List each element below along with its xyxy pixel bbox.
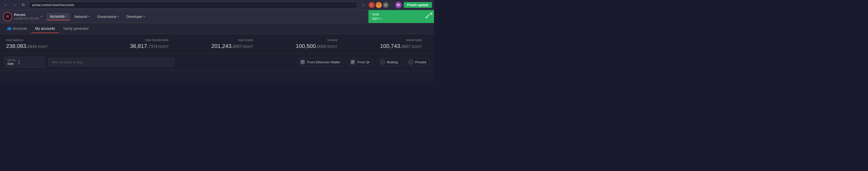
notification-panel: Seed apps v... ✓ ✕ xyxy=(368,10,434,23)
stat-value-bonded: 100,500.0000ROOT xyxy=(296,43,338,50)
sort-control[interactable]: sort by date ▲ ▼ xyxy=(4,57,44,67)
stat-decimal-total-locked: 9067 xyxy=(233,45,242,49)
stat-value-total-transferrable: 36,817.7374ROOT xyxy=(130,43,169,50)
notification-close-button[interactable]: ✕ xyxy=(429,11,433,17)
sort-down-arrow: ▼ xyxy=(18,62,20,65)
nav-label-network: Network xyxy=(74,15,87,19)
stat-integer-total-balance: 238,083. xyxy=(6,43,28,49)
nav-arrow-network: ▾ xyxy=(88,15,90,18)
notification-text: Seed apps v... xyxy=(372,12,383,21)
proxied-label: Proxied xyxy=(415,60,426,64)
stats-row: total balance 238,083.6444ROOT total tra… xyxy=(0,34,434,54)
address-bar-row: ← → ↻ ☆ C 🦊 ⊞ W Finish update xyxy=(0,0,434,10)
logo-area[interactable]: R Porcini root/48 #10,733,423 ▾ xyxy=(3,12,42,21)
tab-label-accounts: Accounts xyxy=(12,27,27,30)
nav-item-accounts[interactable]: Accounts ▾ xyxy=(46,13,70,21)
tab-label-my-accounts: My accounts xyxy=(35,27,55,30)
divider xyxy=(392,2,392,7)
logo-dropdown-arrow: ▾ xyxy=(41,15,42,18)
sort-label: sort by date xyxy=(7,58,16,66)
stat-redeemable: redeemable 100,743.9067ROOT xyxy=(343,38,428,50)
stat-total-transferrable: total transferrable 36,817.7374ROOT xyxy=(91,38,175,50)
svg-rect-10 xyxy=(353,62,354,63)
ext-icon-2[interactable]: 🦊 xyxy=(376,2,382,8)
bottom-bar xyxy=(0,71,434,81)
svg-rect-1 xyxy=(302,61,303,62)
tabs-row: 👥 Accounts My accounts Vanity generator xyxy=(0,23,434,34)
ext-icon-3[interactable]: ⊞ xyxy=(383,2,389,8)
finish-update-button[interactable]: Finish update xyxy=(404,2,432,8)
stat-integer-total-transferrable: 36,817. xyxy=(130,43,149,49)
logo-sub: root/48 #10,733,423 xyxy=(14,17,39,20)
stat-integer-bonded: 100,500. xyxy=(296,43,317,49)
action-buttons: From Ethereum Wallet From Qr + xyxy=(296,58,430,66)
back-button[interactable]: ← xyxy=(2,2,9,8)
sort-up-arrow: ▲ xyxy=(18,59,20,62)
stat-total-locked: total locked 201,243.9067ROOT xyxy=(175,38,259,50)
bookmark-button[interactable]: ☆ xyxy=(360,2,367,8)
stat-label-redeemable: redeemable xyxy=(406,38,422,42)
stat-value-total-locked: 201,243.9067ROOT xyxy=(211,43,253,50)
proxied-button[interactable]: + Proxied xyxy=(405,58,430,66)
proxied-plus-icon: + xyxy=(408,60,413,64)
forward-button[interactable]: → xyxy=(11,2,18,8)
profile-button[interactable]: W xyxy=(395,2,402,8)
sort-label-top: sort by xyxy=(7,58,16,62)
svg-rect-8 xyxy=(352,62,352,63)
stat-label-bonded: bonded xyxy=(327,38,337,42)
nav-items: Accounts ▾ Network ▾ Governance ▾ Develo… xyxy=(46,13,406,21)
multisig-button[interactable]: + Multisig xyxy=(376,58,402,66)
multisig-plus-icon: + xyxy=(380,60,385,64)
tab-vanity-generator[interactable]: Vanity generator xyxy=(59,25,93,33)
sort-arrows: ▲ ▼ xyxy=(18,59,20,65)
stat-decimal-redeemable: 9067 xyxy=(402,45,411,49)
multisig-label: Multisig xyxy=(387,60,398,64)
filter-input-wrapper xyxy=(49,58,175,66)
svg-rect-2 xyxy=(302,62,303,62)
stat-label-total-transferrable: total transferrable xyxy=(145,38,169,42)
nav-item-developer[interactable]: Developer ▾ xyxy=(123,13,148,20)
tab-my-accounts[interactable]: My accounts xyxy=(31,25,59,33)
tab-accounts[interactable]: 👥 Accounts xyxy=(3,25,31,33)
nav-label-governance: Governance xyxy=(97,15,116,19)
nav-item-network[interactable]: Network ▾ xyxy=(71,13,93,20)
filter-row: sort by date ▲ ▼ From Ethereum Wallet xyxy=(0,54,434,71)
logo-text: Porcini root/48 #10,733,423 xyxy=(14,13,39,20)
nav-arrow-accounts: ▾ xyxy=(66,15,67,18)
svg-rect-11 xyxy=(353,63,354,63)
address-input[interactable] xyxy=(29,1,358,8)
stat-decimal-bonded: 0000 xyxy=(317,45,326,49)
nav-arrow-developer: ▾ xyxy=(144,15,145,18)
logo-name: Porcini xyxy=(14,13,39,17)
logo-icon: R xyxy=(3,12,12,21)
sort-label-val: date xyxy=(7,62,16,66)
from-ethereum-wallet-label: From Ethereum Wallet xyxy=(307,60,340,64)
extensions-area: C 🦊 ⊞ xyxy=(369,2,389,8)
stat-decimal-total-transferrable: 7374 xyxy=(149,45,158,49)
refresh-button[interactable]: ↻ xyxy=(20,1,27,8)
nav-label-developer: Developer xyxy=(126,15,143,19)
tab-label-vanity-generator: Vanity generator xyxy=(63,27,89,30)
top-nav: R Porcini root/48 #10,733,423 ▾ Accounts… xyxy=(0,10,434,23)
stat-unit-total-transferrable: ROOT xyxy=(159,45,169,49)
stat-unit-bonded: ROOT xyxy=(327,45,337,49)
accounts-tab-icon: 👥 xyxy=(7,27,11,30)
stat-bonded: bonded 100,500.0000ROOT xyxy=(259,38,344,50)
nav-item-governance[interactable]: Governance ▾ xyxy=(94,13,122,20)
stat-label-total-balance: total balance xyxy=(6,38,23,42)
nav-label-accounts: Accounts xyxy=(50,15,65,19)
stat-integer-redeemable: 100,743. xyxy=(380,43,402,49)
ext-icon-1[interactable]: C xyxy=(369,2,375,8)
stat-unit-redeemable: ROOT xyxy=(412,45,422,49)
ethereum-wallet-icon xyxy=(300,59,305,64)
stat-total-balance: total balance 238,083.6444ROOT xyxy=(6,38,91,50)
from-ethereum-wallet-button[interactable]: From Ethereum Wallet xyxy=(296,58,344,66)
filter-input[interactable] xyxy=(49,58,175,66)
stat-label-total-locked: total locked xyxy=(238,38,253,42)
stat-integer-total-locked: 201,243. xyxy=(211,43,233,49)
qr-icon xyxy=(350,59,355,64)
stat-value-total-balance: 238,083.6444ROOT xyxy=(6,43,48,50)
from-qr-button[interactable]: From Qr xyxy=(346,58,373,66)
svg-rect-6 xyxy=(353,61,354,61)
nav-arrow-governance: ▾ xyxy=(118,15,119,18)
